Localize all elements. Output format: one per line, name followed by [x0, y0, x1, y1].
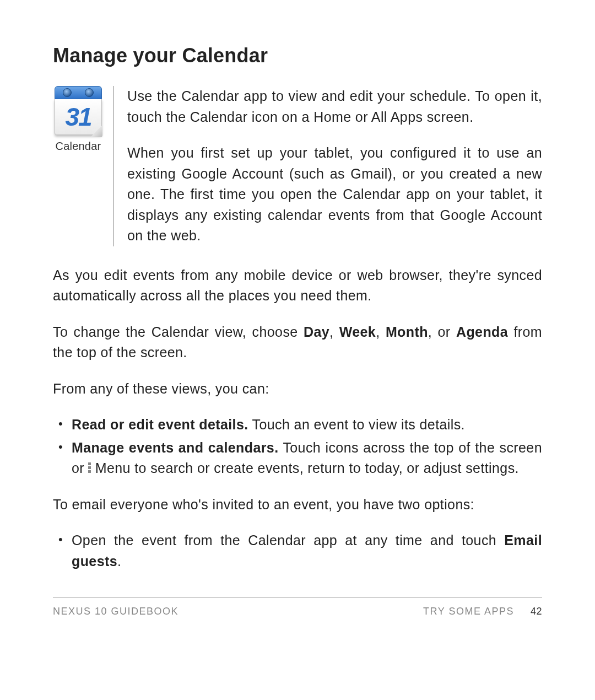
list-item: Manage events and calendars. Touch icons…	[72, 438, 542, 479]
list-item: Open the event from the Calendar app at …	[72, 530, 542, 572]
body-paragraph-3: As you edit events from any mobile devic…	[53, 265, 542, 306]
body-section: As you edit events from any mobile devic…	[53, 265, 542, 572]
actions-list: Read or edit event details. Touch an eve…	[53, 414, 542, 479]
intro-paragraph-1: Use the Calendar app to view and edit yo…	[127, 86, 542, 127]
document-page: Manage your Calendar 31 Calendar Use the…	[0, 0, 595, 700]
page-title: Manage your Calendar	[53, 44, 542, 67]
body-paragraph-5: From any of these views, you can:	[53, 379, 542, 400]
page-footer: NEXUS 10 GUIDEBOOK TRY SOME APPS 42	[53, 597, 542, 617]
footer-section-name: TRY SOME APPS	[423, 606, 514, 617]
email-options-list: Open the event from the Calendar app at …	[53, 530, 542, 572]
list-item: Read or edit event details. Touch an eve…	[72, 414, 542, 435]
intro-paragraph-2: When you first set up your tablet, you c…	[127, 143, 542, 246]
calendar-day-number: 31	[65, 104, 91, 130]
intro-text: Use the Calendar app to view and edit yo…	[113, 86, 542, 246]
calendar-icon: 31	[55, 86, 102, 137]
footer-book-title: NEXUS 10 GUIDEBOOK	[53, 606, 178, 617]
icon-column: 31 Calendar	[53, 86, 113, 153]
calendar-icon-label: Calendar	[53, 140, 104, 153]
footer-page-number: 42	[531, 606, 542, 617]
body-paragraph-4: To change the Calendar view, choose Day,…	[53, 322, 542, 363]
body-paragraph-6: To email everyone who's invited to an ev…	[53, 494, 542, 515]
intro-section: 31 Calendar Use the Calendar app to view…	[53, 86, 542, 246]
footer-rule	[53, 597, 542, 598]
